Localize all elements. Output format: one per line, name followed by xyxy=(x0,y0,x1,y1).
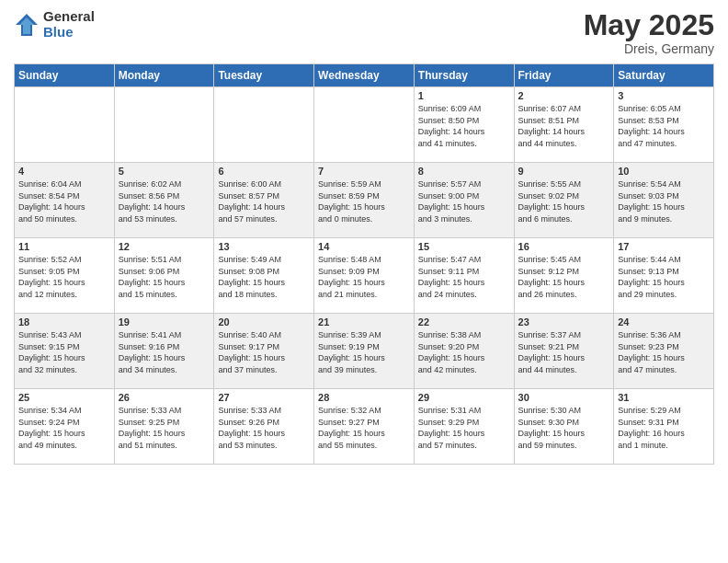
day-cell: 14Sunrise: 5:48 AMSunset: 9:09 PMDayligh… xyxy=(314,238,415,314)
day-info: Sunrise: 5:39 AMSunset: 9:19 PMDaylight:… xyxy=(318,329,410,375)
day-cell: 1Sunrise: 6:09 AMSunset: 8:50 PMDaylight… xyxy=(414,87,514,163)
day-cell: 21Sunrise: 5:39 AMSunset: 9:19 PMDayligh… xyxy=(314,314,415,389)
day-cell: 27Sunrise: 5:33 AMSunset: 9:26 PMDayligh… xyxy=(214,389,314,465)
day-info: Sunrise: 5:51 AMSunset: 9:06 PMDaylight:… xyxy=(119,254,210,300)
day-cell: 5Sunrise: 6:02 AMSunset: 8:56 PMDaylight… xyxy=(114,163,214,238)
day-number: 27 xyxy=(218,392,310,403)
day-info: Sunrise: 5:48 AMSunset: 9:09 PMDaylight:… xyxy=(318,254,410,300)
logo-general: General xyxy=(43,9,95,25)
day-info: Sunrise: 5:36 AMSunset: 9:23 PMDaylight:… xyxy=(618,329,710,375)
day-number: 16 xyxy=(518,241,610,252)
day-info: Sunrise: 5:33 AMSunset: 9:26 PMDaylight:… xyxy=(218,405,310,451)
location: Dreis, Germany xyxy=(584,41,714,56)
logo-text: General Blue xyxy=(43,9,95,40)
day-number: 21 xyxy=(318,316,410,327)
day-info: Sunrise: 5:49 AMSunset: 9:08 PMDaylight:… xyxy=(218,254,310,300)
day-info: Sunrise: 6:04 AMSunset: 8:54 PMDaylight:… xyxy=(18,178,110,224)
day-info: Sunrise: 6:07 AMSunset: 8:51 PMDaylight:… xyxy=(518,103,610,149)
day-cell xyxy=(314,87,415,163)
day-number: 15 xyxy=(418,241,510,252)
day-cell xyxy=(114,87,214,163)
day-cell: 20Sunrise: 5:40 AMSunset: 9:17 PMDayligh… xyxy=(214,314,314,389)
col-saturday: Saturday xyxy=(614,64,714,87)
col-tuesday: Tuesday xyxy=(214,64,314,87)
day-number: 6 xyxy=(218,166,310,177)
calendar-body: 1Sunrise: 6:09 AMSunset: 8:50 PMDaylight… xyxy=(15,87,714,465)
day-number: 1 xyxy=(418,90,510,101)
day-info: Sunrise: 5:32 AMSunset: 9:27 PMDaylight:… xyxy=(318,405,410,451)
day-number: 23 xyxy=(518,316,610,327)
day-cell: 12Sunrise: 5:51 AMSunset: 9:06 PMDayligh… xyxy=(114,238,214,314)
day-info: Sunrise: 5:37 AMSunset: 9:21 PMDaylight:… xyxy=(518,329,610,375)
logo-blue: Blue xyxy=(43,25,95,40)
day-number: 17 xyxy=(618,241,710,252)
day-cell: 18Sunrise: 5:43 AMSunset: 9:15 PMDayligh… xyxy=(15,314,115,389)
day-info: Sunrise: 5:43 AMSunset: 9:15 PMDaylight:… xyxy=(18,329,110,375)
day-cell: 15Sunrise: 5:47 AMSunset: 9:11 PMDayligh… xyxy=(414,238,514,314)
day-number: 22 xyxy=(418,316,510,327)
week-row-1: 1Sunrise: 6:09 AMSunset: 8:50 PMDaylight… xyxy=(15,87,714,163)
logo-icon xyxy=(14,12,40,38)
day-info: Sunrise: 5:54 AMSunset: 9:03 PMDaylight:… xyxy=(618,178,710,224)
day-number: 5 xyxy=(119,166,210,177)
day-number: 2 xyxy=(518,90,610,101)
day-cell: 2Sunrise: 6:07 AMSunset: 8:51 PMDaylight… xyxy=(514,87,614,163)
day-cell: 26Sunrise: 5:33 AMSunset: 9:25 PMDayligh… xyxy=(114,389,214,465)
day-info: Sunrise: 6:00 AMSunset: 8:57 PMDaylight:… xyxy=(218,178,310,224)
day-info: Sunrise: 5:41 AMSunset: 9:16 PMDaylight:… xyxy=(119,329,210,375)
week-row-2: 4Sunrise: 6:04 AMSunset: 8:54 PMDaylight… xyxy=(15,163,714,238)
day-number: 10 xyxy=(618,166,710,177)
logo: General Blue xyxy=(14,9,95,40)
calendar-page: General Blue May 2025 Dreis, Germany Sun… xyxy=(0,0,728,563)
day-number: 7 xyxy=(318,166,410,177)
day-cell: 23Sunrise: 5:37 AMSunset: 9:21 PMDayligh… xyxy=(514,314,614,389)
title-area: May 2025 Dreis, Germany xyxy=(584,9,714,56)
month-title: May 2025 xyxy=(584,9,714,41)
day-number: 12 xyxy=(119,241,210,252)
day-info: Sunrise: 5:38 AMSunset: 9:20 PMDaylight:… xyxy=(418,329,510,375)
day-info: Sunrise: 5:30 AMSunset: 9:30 PMDaylight:… xyxy=(518,405,610,451)
day-info: Sunrise: 5:44 AMSunset: 9:13 PMDaylight:… xyxy=(618,254,710,300)
day-number: 8 xyxy=(418,166,510,177)
day-number: 18 xyxy=(18,316,110,327)
day-info: Sunrise: 5:52 AMSunset: 9:05 PMDaylight:… xyxy=(18,254,110,300)
day-cell: 30Sunrise: 5:30 AMSunset: 9:30 PMDayligh… xyxy=(514,389,614,465)
day-cell xyxy=(15,87,115,163)
day-cell: 25Sunrise: 5:34 AMSunset: 9:24 PMDayligh… xyxy=(15,389,115,465)
day-cell: 22Sunrise: 5:38 AMSunset: 9:20 PMDayligh… xyxy=(414,314,514,389)
col-monday: Monday xyxy=(114,64,214,87)
day-number: 13 xyxy=(218,241,310,252)
day-info: Sunrise: 5:57 AMSunset: 9:00 PMDaylight:… xyxy=(418,178,510,224)
day-cell: 28Sunrise: 5:32 AMSunset: 9:27 PMDayligh… xyxy=(314,389,415,465)
week-row-5: 25Sunrise: 5:34 AMSunset: 9:24 PMDayligh… xyxy=(15,389,714,465)
header: General Blue May 2025 Dreis, Germany xyxy=(14,9,714,56)
col-friday: Friday xyxy=(514,64,614,87)
day-cell: 17Sunrise: 5:44 AMSunset: 9:13 PMDayligh… xyxy=(614,238,714,314)
day-cell: 16Sunrise: 5:45 AMSunset: 9:12 PMDayligh… xyxy=(514,238,614,314)
day-info: Sunrise: 6:05 AMSunset: 8:53 PMDaylight:… xyxy=(618,103,710,149)
col-thursday: Thursday xyxy=(414,64,514,87)
day-info: Sunrise: 5:31 AMSunset: 9:29 PMDaylight:… xyxy=(418,405,510,451)
day-info: Sunrise: 5:47 AMSunset: 9:11 PMDaylight:… xyxy=(418,254,510,300)
header-row: Sunday Monday Tuesday Wednesday Thursday… xyxy=(15,64,714,87)
day-cell: 7Sunrise: 5:59 AMSunset: 8:59 PMDaylight… xyxy=(314,163,415,238)
day-info: Sunrise: 5:34 AMSunset: 9:24 PMDaylight:… xyxy=(18,405,110,451)
day-number: 14 xyxy=(318,241,410,252)
day-info: Sunrise: 5:45 AMSunset: 9:12 PMDaylight:… xyxy=(518,254,610,300)
col-wednesday: Wednesday xyxy=(314,64,415,87)
day-info: Sunrise: 5:55 AMSunset: 9:02 PMDaylight:… xyxy=(518,178,610,224)
day-number: 30 xyxy=(518,392,610,403)
week-row-3: 11Sunrise: 5:52 AMSunset: 9:05 PMDayligh… xyxy=(15,238,714,314)
calendar-header: Sunday Monday Tuesday Wednesday Thursday… xyxy=(15,64,714,87)
day-cell: 8Sunrise: 5:57 AMSunset: 9:00 PMDaylight… xyxy=(414,163,514,238)
day-cell: 3Sunrise: 6:05 AMSunset: 8:53 PMDaylight… xyxy=(614,87,714,163)
day-number: 4 xyxy=(18,166,110,177)
day-info: Sunrise: 5:40 AMSunset: 9:17 PMDaylight:… xyxy=(218,329,310,375)
day-cell: 6Sunrise: 6:00 AMSunset: 8:57 PMDaylight… xyxy=(214,163,314,238)
day-number: 26 xyxy=(119,392,210,403)
day-number: 29 xyxy=(418,392,510,403)
day-cell: 19Sunrise: 5:41 AMSunset: 9:16 PMDayligh… xyxy=(114,314,214,389)
day-cell: 4Sunrise: 6:04 AMSunset: 8:54 PMDaylight… xyxy=(15,163,115,238)
day-info: Sunrise: 6:02 AMSunset: 8:56 PMDaylight:… xyxy=(119,178,210,224)
day-cell: 11Sunrise: 5:52 AMSunset: 9:05 PMDayligh… xyxy=(15,238,115,314)
